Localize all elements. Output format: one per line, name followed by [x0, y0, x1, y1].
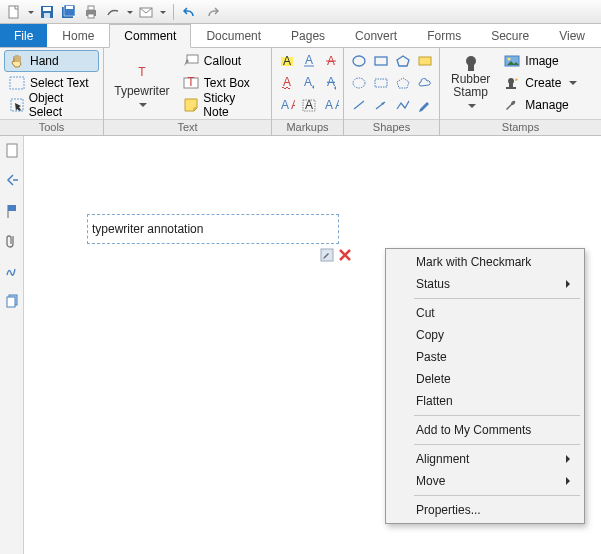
bookmarks-panel-button[interactable]	[3, 172, 21, 190]
caret-button[interactable]: AA	[276, 94, 298, 116]
svg-text:A: A	[325, 98, 333, 112]
tab-secure[interactable]: Secure	[476, 24, 544, 47]
svg-text:T: T	[187, 75, 195, 89]
chevron-down-icon	[465, 99, 476, 113]
svg-rect-3	[44, 13, 50, 18]
signatures-panel-button[interactable]	[3, 262, 21, 280]
ctx-status[interactable]: Status	[388, 273, 582, 295]
layers-panel-button[interactable]	[3, 292, 21, 310]
svg-marker-38	[397, 78, 409, 88]
ctx-copy[interactable]: Copy	[388, 324, 582, 346]
ctx-move[interactable]: Move	[388, 470, 582, 492]
replace-text-button[interactable]: A	[320, 72, 342, 94]
svg-rect-49	[7, 144, 17, 157]
ctx-cut[interactable]: Cut	[388, 302, 582, 324]
tab-view[interactable]: View	[544, 24, 600, 47]
tab-home[interactable]: Home	[47, 24, 109, 47]
group-markups-label: Markups	[272, 119, 343, 135]
tab-forms[interactable]: Forms	[412, 24, 476, 47]
group-stamps-label: Stamps	[440, 119, 601, 135]
typewriter-icon: T	[128, 54, 156, 82]
pencil-button[interactable]	[414, 94, 436, 116]
ctx-alignment[interactable]: Alignment	[388, 448, 582, 470]
manage-stamp-button[interactable]: Manage	[499, 94, 582, 116]
new-doc-dropdown[interactable]	[26, 9, 35, 15]
cloud-ellipse-button[interactable]	[348, 72, 370, 94]
create-stamp-button[interactable]: Create	[499, 72, 582, 94]
attachments-panel-button[interactable]	[3, 232, 21, 250]
typewriter-annotation[interactable]: typewriter annotation	[87, 214, 339, 244]
polyline-button[interactable]	[392, 94, 414, 116]
rubber-stamp-button[interactable]: Rubber Stamp	[444, 50, 497, 116]
rect-fill-button[interactable]	[414, 50, 436, 72]
markups-more-button[interactable]: AA	[320, 94, 342, 116]
highlight-button[interactable]: A	[276, 50, 298, 72]
zoom-dropdown[interactable]	[125, 9, 134, 15]
document-canvas[interactable]: typewriter annotation Mark with Checkmar…	[24, 136, 601, 554]
chevron-down-icon	[566, 76, 577, 90]
stamp-icon	[458, 53, 484, 71]
svg-text:T: T	[138, 65, 146, 79]
cloud-rect-button[interactable]	[370, 72, 392, 94]
cloud-poly-button[interactable]	[392, 72, 414, 94]
undo-button[interactable]	[180, 2, 200, 22]
zoom-out-button[interactable]	[103, 2, 123, 22]
pages-panel-button[interactable]	[3, 142, 21, 160]
ctx-properties[interactable]: Properties...	[388, 499, 582, 521]
flag-panel-button[interactable]	[3, 202, 21, 220]
svg-rect-47	[509, 83, 513, 87]
qat-separator	[173, 4, 174, 20]
sticky-note-button[interactable]: Sticky Note	[178, 94, 267, 116]
cloud-button[interactable]	[414, 72, 436, 94]
annotation-delete-button[interactable]	[339, 249, 351, 261]
save-button[interactable]	[37, 2, 57, 22]
ctx-add-comments[interactable]: Add to My Comments	[388, 419, 582, 441]
ribbon: Hand Select Text Object Select Tools T T…	[0, 48, 601, 136]
svg-rect-37	[375, 79, 387, 87]
arrow-button[interactable]	[370, 94, 392, 116]
create-icon	[504, 76, 520, 90]
image-stamp-button[interactable]: Image	[499, 50, 582, 72]
svg-text:A: A	[335, 98, 339, 112]
quick-access-toolbar	[0, 0, 601, 24]
line-button[interactable]	[348, 94, 370, 116]
group-stamps: Rubber Stamp Image Create Manage	[440, 48, 601, 135]
print-button[interactable]	[81, 2, 101, 22]
svg-point-45	[508, 58, 511, 61]
new-doc-button[interactable]	[4, 2, 24, 22]
tab-comment[interactable]: Comment	[109, 24, 191, 48]
squiggly-button[interactable]: A	[276, 72, 298, 94]
tab-convert[interactable]: Convert	[340, 24, 412, 47]
mail-dropdown[interactable]	[158, 9, 167, 15]
annotation-edit-button[interactable]	[320, 248, 334, 262]
svg-rect-8	[88, 6, 94, 10]
hand-tool-button[interactable]: Hand	[4, 50, 99, 72]
ctx-delete[interactable]: Delete	[388, 368, 582, 390]
tab-document[interactable]: Document	[191, 24, 276, 47]
underline-button[interactable]: A	[298, 50, 320, 72]
callout-icon	[183, 53, 199, 69]
polygon-button[interactable]	[392, 50, 414, 72]
insert-text-button[interactable]: A	[298, 72, 320, 94]
sidebar	[0, 136, 24, 554]
area-highlight-button[interactable]: A	[298, 94, 320, 116]
strikeout-button[interactable]: A	[320, 50, 342, 72]
ellipse-button[interactable]	[348, 50, 370, 72]
redo-button[interactable]	[202, 2, 222, 22]
svg-text:A: A	[283, 54, 291, 68]
ctx-paste[interactable]: Paste	[388, 346, 582, 368]
svg-point-32	[353, 56, 365, 66]
mail-button[interactable]	[136, 2, 156, 22]
group-shapes-label: Shapes	[344, 119, 439, 135]
ctx-flatten[interactable]: Flatten	[388, 390, 582, 412]
ctx-mark-checkmark[interactable]: Mark with Checkmark	[388, 251, 582, 273]
svg-rect-35	[419, 57, 431, 65]
rect-button[interactable]	[370, 50, 392, 72]
object-select-button[interactable]: Object Select	[4, 94, 99, 116]
callout-button[interactable]: Callout	[178, 50, 267, 72]
svg-text:A: A	[291, 98, 295, 112]
typewriter-button[interactable]: T Typewriter	[108, 50, 176, 116]
tab-pages[interactable]: Pages	[276, 24, 340, 47]
tab-file[interactable]: File	[0, 24, 47, 47]
save-all-button[interactable]	[59, 2, 79, 22]
